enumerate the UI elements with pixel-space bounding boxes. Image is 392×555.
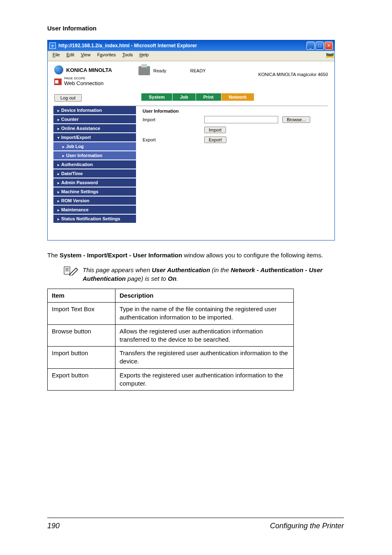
logout-button[interactable]: Log out [54,94,82,102]
titlebar-text: http://192.168.1.2/a_index.html - Micros… [58,43,307,49]
sidebar-item-import-export[interactable]: Import/Export [53,133,136,141]
minimize-button[interactable]: _ [307,42,315,50]
table-row: Import Text Box Type in the name of the … [48,303,294,325]
note: This page appears when User Authenticati… [64,266,345,283]
menu-favorites[interactable]: Favorites [95,52,118,60]
note-text: This page appears when User Authenticati… [83,266,345,283]
sidebar-item-user-information[interactable]: User Information [53,151,136,160]
sidebar-item-device-information[interactable]: Device Information [53,106,136,114]
model-label: KONICA MINOLTA magicolor 4650 [258,65,328,77]
content-panel: User Information Import Browse... Import… [136,106,334,224]
footer-title: Configuring the Printer [270,522,344,530]
page-number: 190 [47,522,60,530]
printer-icon [138,66,150,75]
menu-edit[interactable]: Edit [64,52,77,60]
sidebar-item-online-assistance[interactable]: Online Assistance [53,124,136,132]
svg-rect-1 [64,267,70,274]
pagescope-logo: PAGE SCOPEWeb Connection [54,77,138,86]
sidebar-item-counter[interactable]: Counter [53,115,136,123]
sidebar-item-job-log[interactable]: Job Log [53,142,136,150]
section-heading: User Information [47,25,345,32]
import-label: Import [143,117,200,122]
footer: 190 Configuring the Printer [47,522,344,530]
tab-system[interactable]: System [141,93,173,101]
pagescope-icon [54,79,62,85]
note-icon [64,266,78,277]
ie-flag-icon [323,52,332,60]
table-header-description: Description [115,289,294,302]
browser-window: e http://192.168.1.2/a_index.html - Micr… [47,40,335,240]
menu-file[interactable]: File [50,52,62,60]
import-text-box[interactable] [204,116,278,123]
sidebar-item-admin-password[interactable]: Admin Password [53,178,136,187]
sidebar-item-machine-settings[interactable]: Machine Settings [53,187,136,196]
browse-button[interactable]: Browse... [282,116,310,123]
menu-help[interactable]: Help [137,52,151,60]
tab-job[interactable]: Job [173,93,196,101]
tab-bar: System Job Print Network [48,93,334,101]
sidebar-item-rom-version[interactable]: ROM Version [53,197,136,205]
sidebar-item-maintenance[interactable]: Maintenance [53,206,136,214]
body-paragraph: The System - Import/Export - User Inform… [47,251,345,260]
description-table: Item Description Import Text Box Type in… [47,289,294,391]
sidebar-item-authentication[interactable]: Authentication [53,160,136,169]
maximize-button[interactable]: □ [316,42,324,50]
menubar: File Edit View Favorites Tools Help [48,51,334,61]
tab-network[interactable]: Network [221,93,254,101]
table-header-item: Item [48,289,115,302]
table-row: Export button Exports the registered use… [48,368,294,391]
menu-tools[interactable]: Tools [120,52,136,60]
footer-divider [47,518,344,518]
sidebar-item-status-notification[interactable]: Status Notification Settings [53,215,136,223]
table-row: Browse button Allows the registered user… [48,324,294,347]
km-globe-icon [54,65,63,74]
export-button[interactable]: Export [204,136,226,143]
sidebar-item-date-time[interactable]: Date/Time [53,169,136,178]
sidebar: Device Information Counter Online Assist… [48,106,136,224]
export-label: Export [143,137,200,142]
table-row: Import button Transfers the registered u… [48,347,294,369]
tab-print[interactable]: Print [196,93,221,101]
status-text: Ready [153,68,166,73]
import-button[interactable]: Import [204,127,226,133]
titlebar: e http://192.168.1.2/a_index.html - Micr… [48,40,334,51]
status-ready-label: READY [190,68,206,73]
konica-minolta-logo: KONICA MINOLTA [54,65,138,74]
ie-icon: e [49,42,56,49]
panel-title: User Information [143,109,328,113]
menu-view[interactable]: View [78,52,93,60]
close-button[interactable]: × [325,42,333,50]
